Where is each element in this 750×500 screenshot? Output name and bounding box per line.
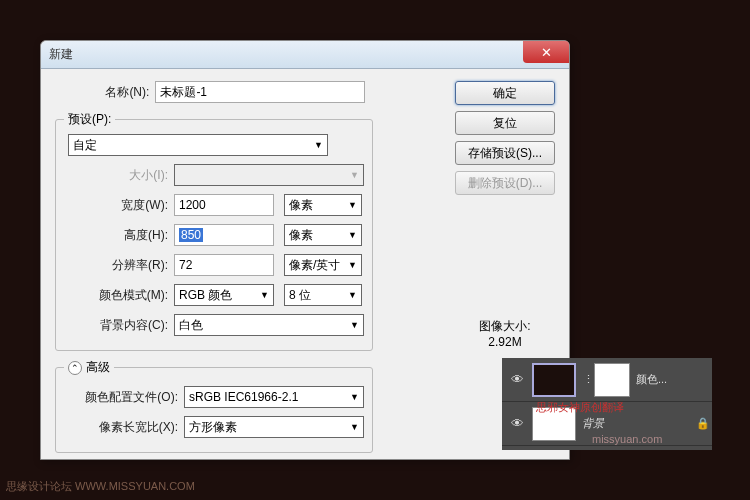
image-size-label: 图像大小: [465, 318, 545, 335]
size-label: 大小(I): [64, 167, 174, 184]
button-column: 确定 复位 存储预设(S)... 删除预设(D)... [455, 81, 555, 201]
watermark-overlay: missyuan.com [592, 433, 662, 445]
color-mode-select[interactable]: RGB 颜色▼ [174, 284, 274, 306]
preset-value: 自定 [73, 137, 97, 154]
chevron-down-icon: ▼ [348, 230, 357, 240]
chevron-down-icon: ▼ [348, 200, 357, 210]
color-mode-label: 颜色模式(M): [64, 287, 174, 304]
image-size-readout: 图像大小: 2.92M [465, 318, 545, 349]
layer-mask-thumbnail[interactable] [594, 363, 630, 397]
advanced-toggle[interactable]: ⌃高级 [64, 359, 114, 376]
preset-select[interactable]: 自定▼ [68, 134, 328, 156]
chevron-down-icon: ▼ [348, 290, 357, 300]
visibility-icon[interactable]: 👁 [502, 416, 532, 431]
watermark-overlay: 思邪女神原创翻译 [536, 400, 624, 415]
chevron-down-icon: ▼ [350, 320, 359, 330]
page-watermark: 思缘设计论坛 WWW.MISSYUAN.COM [6, 479, 195, 494]
layer-row[interactable]: 👁 背景 🔒 思邪女神原创翻译 missyuan.com [502, 402, 712, 446]
aspect-select[interactable]: 方形像素▼ [184, 416, 364, 438]
chevron-down-icon: ▼ [260, 290, 269, 300]
aspect-label: 像素长宽比(X): [64, 419, 184, 436]
chevron-down-icon: ▼ [350, 170, 359, 180]
dialog-title: 新建 [49, 46, 73, 63]
layer-row[interactable]: 👁 ⋮ 颜色... [502, 358, 712, 402]
name-input[interactable] [155, 81, 365, 103]
chevron-down-icon: ▼ [350, 392, 359, 402]
new-document-dialog: 新建 ✕ 名称(N): 预设(P): 自定▼ 大小(I): ▼ [40, 40, 570, 460]
width-label: 宽度(W): [64, 197, 174, 214]
save-preset-button[interactable]: 存储预设(S)... [455, 141, 555, 165]
resolution-unit-select[interactable]: 像素/英寸▼ [284, 254, 362, 276]
delete-preset-button: 删除预设(D)... [455, 171, 555, 195]
height-label: 高度(H): [64, 227, 174, 244]
preset-fieldset: 预设(P): 自定▼ 大小(I): ▼ 宽度(W): 像素▼ 高度(H): [55, 111, 373, 351]
profile-select[interactable]: sRGB IEC61966-2.1▼ [184, 386, 364, 408]
name-label: 名称(N): [55, 84, 155, 101]
ok-button[interactable]: 确定 [455, 81, 555, 105]
chevron-down-icon: ▼ [350, 422, 359, 432]
dialog-body: 名称(N): 预设(P): 自定▼ 大小(I): ▼ 宽度(W): 像素▼ [41, 69, 569, 465]
chevron-down-icon: ▼ [348, 260, 357, 270]
layer-label[interactable]: 颜色... [636, 372, 712, 387]
height-input[interactable]: 850 [174, 224, 274, 246]
resolution-label: 分辨率(R): [64, 257, 174, 274]
link-icon: ⋮ [582, 373, 594, 386]
bit-depth-select[interactable]: 8 位▼ [284, 284, 362, 306]
visibility-icon[interactable]: 👁 [502, 372, 532, 387]
layers-panel: 👁 ⋮ 颜色... 👁 背景 🔒 思邪女神原创翻译 missyuan.com [502, 358, 712, 450]
bg-label: 背景内容(C): [64, 317, 174, 334]
image-size-value: 2.92M [465, 335, 545, 349]
height-unit-select[interactable]: 像素▼ [284, 224, 362, 246]
titlebar: 新建 ✕ [41, 41, 569, 69]
profile-label: 颜色配置文件(O): [64, 389, 184, 406]
close-button[interactable]: ✕ [523, 41, 569, 63]
width-unit-select[interactable]: 像素▼ [284, 194, 362, 216]
chevron-down-icon: ▼ [314, 140, 323, 150]
preset-legend: 预设(P): [64, 111, 115, 128]
resolution-input[interactable] [174, 254, 274, 276]
layer-thumbnail[interactable] [532, 363, 576, 397]
advanced-fieldset: ⌃高级 颜色配置文件(O): sRGB IEC61966-2.1▼ 像素长宽比(… [55, 359, 373, 453]
lock-icon: 🔒 [694, 417, 712, 430]
reset-button[interactable]: 复位 [455, 111, 555, 135]
bg-select[interactable]: 白色▼ [174, 314, 364, 336]
width-input[interactable] [174, 194, 274, 216]
chevron-icon: ⌃ [68, 361, 82, 375]
layer-label[interactable]: 背景 [582, 416, 694, 431]
size-select: ▼ [174, 164, 364, 186]
